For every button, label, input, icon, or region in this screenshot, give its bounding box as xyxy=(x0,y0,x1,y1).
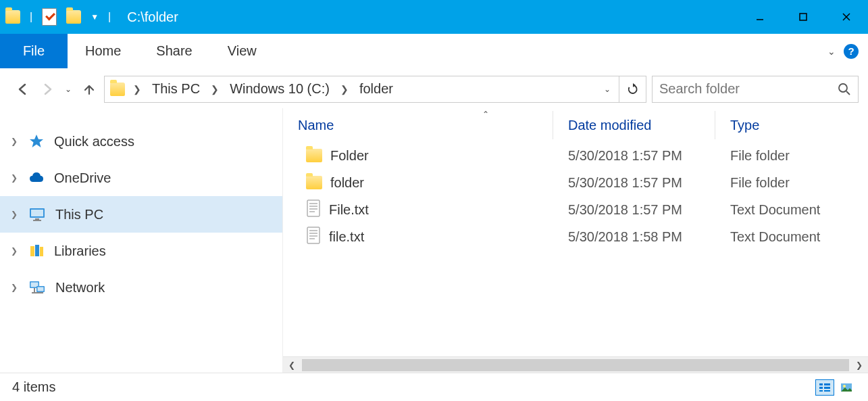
search-input[interactable] xyxy=(659,81,821,97)
file-date: 5/30/2018 1:58 PM xyxy=(553,229,715,245)
file-list-pane: ⌃ Name Date modified Type Folder5/30/201… xyxy=(282,108,868,373)
svg-point-4 xyxy=(839,84,847,92)
sidebar-item-onedrive[interactable]: ❯ OneDrive xyxy=(0,160,282,196)
address-dropdown-icon[interactable]: ⌄ xyxy=(598,85,616,94)
tab-view[interactable]: View xyxy=(210,34,274,68)
svg-rect-10 xyxy=(30,246,34,256)
recent-locations-button[interactable]: ⌄ xyxy=(62,80,74,99)
scroll-track[interactable] xyxy=(302,359,849,371)
file-date: 5/30/2018 1:57 PM xyxy=(553,175,715,191)
file-tab[interactable]: File xyxy=(0,34,68,68)
sidebar-item-label: Libraries xyxy=(54,243,106,259)
file-type: Text Document xyxy=(715,229,868,245)
ribbon-collapse-icon[interactable]: ⌄ xyxy=(827,46,836,57)
svg-rect-1 xyxy=(800,14,807,20)
file-type: File folder xyxy=(715,148,868,164)
column-header-name[interactable]: Name xyxy=(283,111,553,139)
file-rows: Folder5/30/2018 1:57 PMFile folderfolder… xyxy=(283,142,868,356)
file-name: File.txt xyxy=(329,202,369,218)
libraries-icon xyxy=(28,243,45,259)
file-date: 5/30/2018 1:57 PM xyxy=(553,202,715,218)
monitor-icon xyxy=(28,206,46,222)
file-type: File folder xyxy=(715,175,868,191)
svg-rect-30 xyxy=(824,383,830,385)
horizontal-scrollbar[interactable]: ❮ ❯ xyxy=(283,356,868,373)
item-count: 4 items xyxy=(12,379,55,395)
svg-rect-33 xyxy=(819,390,823,392)
sidebar-item-quick-access[interactable]: ❯ Quick access xyxy=(0,123,282,160)
svg-rect-7 xyxy=(31,210,43,216)
qat-separator: | xyxy=(30,11,32,23)
ribbon-tabs: File Home Share View ⌄ ? xyxy=(0,34,868,69)
search-box[interactable] xyxy=(652,76,859,103)
column-header-type[interactable]: Type xyxy=(715,111,868,139)
svg-rect-11 xyxy=(35,245,39,256)
maximize-button[interactable] xyxy=(782,0,825,34)
sidebar-item-this-pc[interactable]: ❯ This PC xyxy=(0,196,282,233)
sidebar-item-libraries[interactable]: ❯ Libraries xyxy=(0,233,282,269)
forward-button[interactable] xyxy=(38,80,57,99)
cloud-icon xyxy=(28,170,45,186)
svg-point-36 xyxy=(843,385,846,387)
expand-icon[interactable]: ❯ xyxy=(11,173,19,183)
breadcrumb-chevron-icon[interactable]: ❯ xyxy=(130,84,144,95)
sidebar-item-label: This PC xyxy=(55,207,103,222)
breadcrumb-this-pc[interactable]: This PC xyxy=(147,76,205,102)
refresh-button[interactable] xyxy=(619,76,646,103)
help-icon[interactable]: ? xyxy=(844,44,859,59)
navigation-pane: ❯ Quick access ❯ OneDrive ❯ This PC ❯ Li… xyxy=(0,108,282,373)
expand-icon[interactable]: ❯ xyxy=(11,246,19,256)
column-header-date[interactable]: Date modified xyxy=(553,111,715,139)
network-icon xyxy=(28,279,46,296)
back-button[interactable] xyxy=(14,80,32,99)
thumbnails-view-button[interactable] xyxy=(837,379,856,396)
titlebar: | ▼ | C:\folder xyxy=(0,0,868,34)
properties-icon[interactable] xyxy=(42,8,57,26)
svg-rect-29 xyxy=(819,383,823,385)
scroll-right-icon[interactable]: ❯ xyxy=(850,360,868,370)
qat-customize-icon[interactable]: ▼ xyxy=(91,12,99,22)
column-headers: ⌃ Name Date modified Type xyxy=(283,108,868,142)
new-folder-icon[interactable] xyxy=(66,10,81,24)
sidebar-item-network[interactable]: ❯ Network xyxy=(0,269,282,306)
svg-line-5 xyxy=(846,91,850,95)
window-title: C:\folder xyxy=(127,9,178,25)
tab-share[interactable]: Share xyxy=(138,34,209,68)
minimize-button[interactable] xyxy=(738,0,782,34)
star-icon xyxy=(28,133,45,149)
table-row[interactable]: Folder5/30/2018 1:57 PMFile folder xyxy=(283,142,868,169)
status-bar: 4 items xyxy=(0,373,868,401)
navigation-bar: ⌄ ❯ This PC ❯ Windows 10 (C:) ❯ folder ⌄ xyxy=(0,69,868,108)
text-file-icon xyxy=(306,199,321,220)
details-view-button[interactable] xyxy=(815,379,834,396)
tab-home[interactable]: Home xyxy=(68,34,138,68)
address-bar[interactable]: ❯ This PC ❯ Windows 10 (C:) ❯ folder ⌄ xyxy=(104,76,619,103)
file-name: file.txt xyxy=(329,229,364,245)
table-row[interactable]: file.txt5/30/2018 1:58 PMText Document xyxy=(283,223,868,250)
folder-icon xyxy=(306,176,322,189)
svg-rect-8 xyxy=(35,218,39,220)
table-row[interactable]: File.txt5/30/2018 1:57 PMText Document xyxy=(283,196,868,223)
file-date: 5/30/2018 1:57 PM xyxy=(553,148,715,164)
scroll-left-icon[interactable]: ❮ xyxy=(283,360,301,370)
breadcrumb-folder[interactable]: folder xyxy=(354,76,399,102)
table-row[interactable]: folder5/30/2018 1:57 PMFile folder xyxy=(283,169,868,196)
file-type: Text Document xyxy=(715,202,868,218)
svg-rect-16 xyxy=(38,287,44,291)
svg-rect-9 xyxy=(33,220,41,221)
svg-rect-24 xyxy=(307,227,320,243)
close-button[interactable] xyxy=(825,0,868,34)
breadcrumb-chevron-icon[interactable]: ❯ xyxy=(338,84,351,95)
svg-rect-31 xyxy=(819,387,823,389)
expand-icon[interactable]: ❯ xyxy=(11,137,19,146)
svg-rect-34 xyxy=(824,390,830,392)
address-folder-icon xyxy=(110,82,125,96)
breadcrumb-drive[interactable]: Windows 10 (C:) xyxy=(224,76,335,102)
svg-rect-12 xyxy=(40,247,43,256)
qat-separator: | xyxy=(108,11,111,23)
folder-icon xyxy=(306,149,322,162)
expand-icon[interactable]: ❯ xyxy=(11,210,19,219)
expand-icon[interactable]: ❯ xyxy=(11,283,19,292)
up-button[interactable] xyxy=(80,80,99,99)
breadcrumb-chevron-icon[interactable]: ❯ xyxy=(208,84,222,95)
